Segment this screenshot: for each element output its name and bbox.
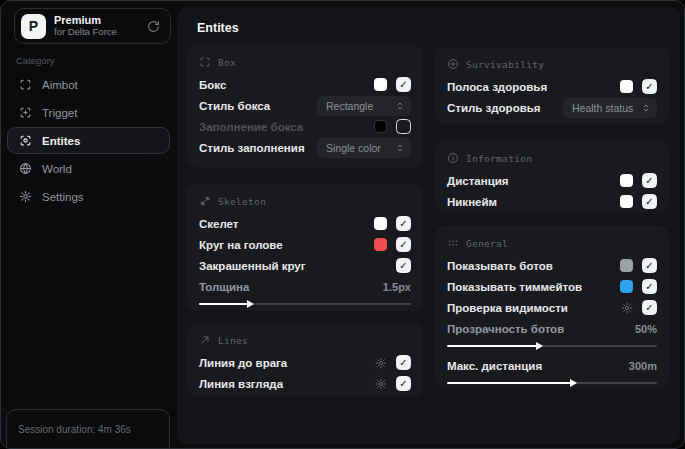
- panel-title: Survivability: [466, 59, 544, 70]
- slider-fill: [447, 345, 539, 347]
- chevrons-up-down-icon: [395, 143, 405, 153]
- select-row-fill-style: Стиль заполнения Single color: [199, 137, 411, 158]
- skeleton-checkbox[interactable]: [396, 216, 411, 231]
- panel-header: General: [447, 235, 657, 251]
- toggle-row-show-teammates: Показывать тиммейтов: [447, 276, 657, 297]
- show-bots-checkbox[interactable]: [642, 258, 657, 273]
- view-line-settings-gear-icon[interactable]: [375, 378, 387, 390]
- panel-title: Box: [218, 57, 236, 68]
- session-box: Session duration: 4m 36s: [6, 409, 170, 449]
- show-bots-color-swatch[interactable]: [620, 259, 633, 272]
- panel-header: Lines: [199, 332, 411, 348]
- box-color-swatch[interactable]: [374, 78, 387, 91]
- panel-information: Information Дистанция Никнейм: [435, 141, 669, 213]
- visibility-check-checkbox[interactable]: [642, 300, 657, 315]
- gear-icon: [19, 190, 32, 203]
- sidebar-item-settings[interactable]: Settings: [7, 183, 170, 210]
- slider-thumb[interactable]: [536, 342, 543, 350]
- premium-title: Premium: [54, 14, 139, 27]
- category-label: Category: [16, 55, 55, 66]
- box-fill-checkbox[interactable]: [396, 119, 411, 134]
- bots-opacity-slider[interactable]: [447, 340, 657, 352]
- view-line-checkbox[interactable]: [396, 376, 411, 391]
- globe-icon: [19, 162, 32, 175]
- aimbot-icon: [19, 78, 32, 91]
- app-logo: P: [21, 14, 46, 39]
- toggle-row-visibility-check: Проверка видимости: [447, 297, 657, 318]
- session-duration-label: Session duration: 4m 36s: [18, 424, 131, 435]
- panel-header: Box: [199, 54, 411, 70]
- page-title: Entites: [197, 21, 239, 35]
- sidebar-item-label: World: [42, 163, 72, 175]
- panel-box: Box Бокс Стиль бокса Rectangle: [187, 45, 423, 167]
- panel-general: General Показывать ботов Показывать тимм…: [435, 226, 669, 389]
- select-row-health-style: Стиль здоровья Health status: [447, 97, 657, 118]
- panel-header: Skeleton: [199, 193, 411, 209]
- fill-style-select[interactable]: Single color: [317, 138, 411, 158]
- sidebar-item-trigget[interactable]: Trigget: [7, 99, 170, 126]
- thickness-slider[interactable]: [199, 298, 411, 310]
- select-value: Health status: [572, 102, 633, 114]
- health-bar-checkbox[interactable]: [642, 79, 657, 94]
- entities-eye-icon: [19, 134, 32, 147]
- box-fill-color-swatch[interactable]: [374, 120, 387, 133]
- nickname-checkbox[interactable]: [642, 194, 657, 209]
- chevrons-up-down-icon: [641, 103, 651, 113]
- filled-circle-checkbox[interactable]: [396, 258, 411, 273]
- skeleton-color-swatch[interactable]: [374, 217, 387, 230]
- sidebar-item-aimbot[interactable]: Aimbot: [7, 71, 170, 98]
- panel-title: General: [466, 238, 508, 249]
- sidebar-item-label: Settings: [42, 191, 84, 203]
- slider-thumb[interactable]: [570, 379, 577, 387]
- panel-header: Information: [447, 150, 657, 166]
- sidebar-item-entites[interactable]: Entites: [7, 127, 170, 154]
- enemy-line-checkbox[interactable]: [396, 355, 411, 370]
- grid-dots-icon: [447, 237, 459, 249]
- premium-text: Premium for Delta Force: [54, 14, 139, 38]
- bots-opacity-value: 50%: [635, 323, 657, 335]
- app-window: P Premium for Delta Force Category Aimbo…: [0, 0, 685, 449]
- box-style-select[interactable]: Rectangle: [317, 96, 411, 116]
- premium-subtitle: for Delta Force: [54, 27, 139, 38]
- panel-lines: Lines Линия до врага Линия взгляда: [187, 323, 423, 396]
- distance-color-swatch[interactable]: [620, 174, 633, 187]
- head-circle-checkbox[interactable]: [396, 237, 411, 252]
- box-checkbox[interactable]: [396, 77, 411, 92]
- toggle-row-enemy-line: Линия до врага: [199, 352, 411, 373]
- nickname-color-swatch[interactable]: [620, 195, 633, 208]
- sidebar-nav: Aimbot Trigget Entites World: [7, 71, 170, 210]
- select-value: Single color: [326, 142, 381, 154]
- slider-label-row-max-distance: Макс. дистанция 300m: [447, 355, 657, 376]
- info-icon: [447, 152, 459, 164]
- slider-fill: [447, 382, 573, 384]
- trigger-crosshair-icon: [19, 106, 32, 119]
- sidebar-item-label: Entites: [42, 135, 80, 147]
- health-style-select[interactable]: Health status: [563, 98, 657, 118]
- main-content: Entites Box Бокс Стиль бокса Rectangle: [177, 7, 680, 444]
- select-row-box-style: Стиль бокса Rectangle: [199, 95, 411, 116]
- show-teammates-color-swatch[interactable]: [620, 280, 633, 293]
- slider-thumb[interactable]: [247, 300, 254, 308]
- sync-icon[interactable]: [147, 20, 160, 33]
- max-distance-slider[interactable]: [447, 377, 657, 389]
- health-bar-color-swatch[interactable]: [620, 80, 633, 93]
- panel-header: Survivability: [447, 56, 657, 72]
- toggle-row-box: Бокс: [199, 74, 411, 95]
- head-circle-color-swatch[interactable]: [374, 238, 387, 251]
- slider-fill: [199, 303, 250, 305]
- panel-title: Information: [466, 153, 532, 164]
- toggle-row-view-line: Линия взгляда: [199, 373, 411, 394]
- box-brackets-icon: [199, 56, 211, 68]
- chevrons-up-down-icon: [395, 101, 405, 111]
- slider-label-row-bots-opacity: Прозрачность ботов 50%: [447, 318, 657, 339]
- max-distance-value: 300m: [629, 360, 657, 372]
- toggle-row-health-bar: Полоса здоровья: [447, 76, 657, 97]
- panel-title: Skeleton: [218, 196, 266, 207]
- health-cross-icon: [447, 58, 459, 70]
- visibility-check-settings-gear-icon[interactable]: [621, 302, 633, 314]
- distance-checkbox[interactable]: [642, 173, 657, 188]
- sidebar-item-world[interactable]: World: [7, 155, 170, 182]
- show-teammates-checkbox[interactable]: [642, 279, 657, 294]
- enemy-line-settings-gear-icon[interactable]: [375, 357, 387, 369]
- diagonal-line-icon: [199, 334, 211, 346]
